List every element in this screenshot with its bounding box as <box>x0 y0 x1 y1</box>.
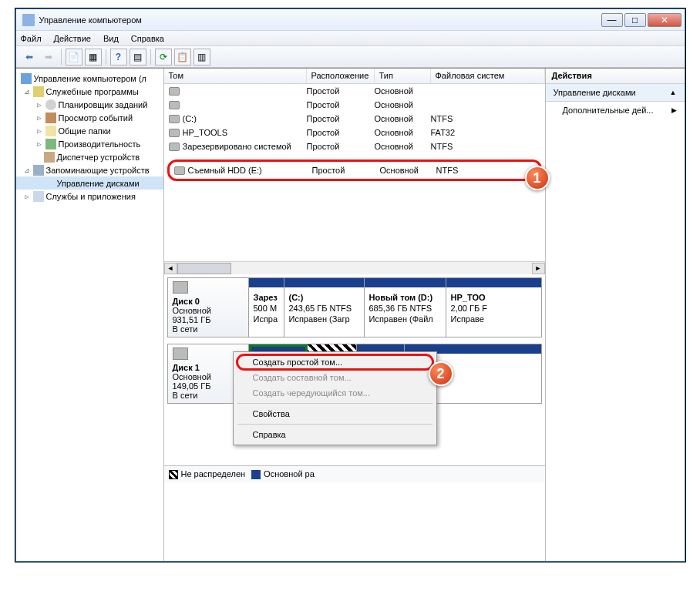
toolbar: ⬅ ➡ 📄 ▦ ? ▤ ⟳ 📋 ▥ <box>16 46 685 68</box>
tree-services[interactable]: Службы и приложения <box>46 192 136 201</box>
legend-primary-label: Основной ра <box>264 469 315 478</box>
actions-header: Действия <box>546 69 685 84</box>
refresh-button[interactable]: ⟳ <box>155 49 172 65</box>
up-button[interactable]: 📄 <box>66 49 82 65</box>
title-bar: Управление компьютером — □ ✕ <box>16 9 685 31</box>
legend-unallocated-label: Не распределен <box>181 469 246 478</box>
tools-icon <box>33 86 44 97</box>
col-layout[interactable]: Расположение <box>307 69 375 83</box>
tree-events[interactable]: Просмотр событий <box>59 113 133 123</box>
tree-perf[interactable]: Производительность <box>59 139 141 149</box>
context-menu: Создать простой том... Создать составной… <box>233 351 437 445</box>
volume-row[interactable]: (C:)ПростойОсновнойNTFS <box>164 112 545 126</box>
legend: Не распределен Основной ра <box>164 465 545 482</box>
legend-unallocated-swatch <box>169 470 178 479</box>
disk-0-label[interactable]: Диск 0 Основной 931,51 ГБ В сети <box>168 278 249 337</box>
drive-icon <box>169 143 180 151</box>
ctx-create-simple-volume[interactable]: Создать простой том... <box>236 354 434 370</box>
ctx-properties[interactable]: Свойства <box>236 406 434 421</box>
device-icon <box>44 152 55 163</box>
window-title: Управление компьютером <box>39 15 601 25</box>
tb-icon-1[interactable]: 📋 <box>174 49 191 65</box>
actions-more[interactable]: Дополнительные дей...▶ <box>546 102 685 119</box>
chevron-right-icon: ▶ <box>671 106 677 114</box>
volume-row-selected[interactable]: Съемный HDD (E:)ПростойОсновнойNTFS <box>170 163 540 177</box>
ctx-help[interactable]: Справка <box>236 427 434 442</box>
drive-icon <box>169 101 180 109</box>
horizontal-scrollbar[interactable]: ◄► <box>164 261 545 274</box>
highlighted-volume: Съемный HDD (E:)ПростойОсновнойNTFS <box>167 159 542 181</box>
nav-tree[interactable]: Управление компьютером (л ⊿Служебные про… <box>16 69 164 561</box>
col-fs[interactable]: Файловая систем <box>431 69 545 83</box>
event-icon <box>45 112 56 123</box>
drive-icon <box>169 115 180 123</box>
legend-primary-swatch <box>251 470 261 479</box>
tree-devmgr[interactable]: Диспетчер устройств <box>57 153 140 162</box>
disk-graphical-view: Диск 0 Основной 931,51 ГБ В сети Зарез50… <box>164 274 545 465</box>
tree-sched[interactable]: Планировщик заданий <box>59 100 148 109</box>
tb-icon-2[interactable]: ▥ <box>194 49 210 65</box>
menu-help[interactable]: Справка <box>131 34 164 43</box>
disk-icon <box>44 178 55 189</box>
annotation-badge-2: 2 <box>429 361 453 386</box>
back-button[interactable]: ⬅ <box>21 49 38 65</box>
forward-button[interactable]: ➡ <box>40 49 57 65</box>
volume-row[interactable]: HP_TOOLSПростойОсновнойFAT32 <box>164 126 545 139</box>
scrollbar-thumb[interactable] <box>177 263 231 274</box>
properties-button[interactable]: ▦ <box>85 49 102 65</box>
drive-icon <box>174 166 185 175</box>
actions-group[interactable]: Управление дисками▲ <box>546 84 685 102</box>
minimize-button[interactable]: — <box>601 13 623 27</box>
annotation-badge-1: 1 <box>525 166 550 190</box>
actions-pane: Действия Управление дисками▲ Дополнитель… <box>546 69 685 561</box>
menu-view[interactable]: Вид <box>103 34 119 43</box>
help-button[interactable]: ? <box>110 49 127 65</box>
col-volume[interactable]: Том <box>164 69 307 83</box>
partition[interactable]: Новый том (D:)685,36 ГБ NTFSИсправен (Фа… <box>365 278 446 337</box>
disk-icon <box>173 281 188 294</box>
clock-icon <box>45 99 56 110</box>
drive-icon <box>169 129 180 137</box>
close-button[interactable]: ✕ <box>648 13 681 27</box>
col-type[interactable]: Тип <box>375 69 431 83</box>
menu-file[interactable]: Файл <box>21 34 42 43</box>
volume-row[interactable]: Зарезервировано системойПростойОсновнойN… <box>164 139 545 153</box>
drive-icon <box>169 87 180 96</box>
volume-row[interactable]: ПростойОсновной <box>164 84 545 98</box>
view-button[interactable]: ▤ <box>130 49 146 65</box>
volume-list[interactable]: ПростойОсновной ПростойОсновной (C:)Прос… <box>164 84 545 261</box>
services-icon <box>33 191 44 202</box>
tree-storage[interactable]: Запоминающие устройств <box>46 166 150 175</box>
perf-icon <box>45 139 56 149</box>
partition[interactable]: Зарез500 МИспра <box>249 278 284 337</box>
partition[interactable]: HP_TOO2,00 ГБ FИсправе <box>446 278 541 337</box>
maximize-button[interactable]: □ <box>624 13 646 27</box>
partition[interactable]: (C:)243,65 ГБ NTFSИсправен (Загр <box>284 278 365 337</box>
storage-icon <box>33 165 44 176</box>
menu-bar: Файл Действие Вид Справка <box>16 31 685 46</box>
scroll-left-button[interactable]: ◄ <box>164 263 177 274</box>
collapse-icon: ▲ <box>670 89 677 96</box>
app-icon <box>22 14 35 26</box>
ctx-create-spanned-volume: Создать составной том... <box>236 370 434 385</box>
ctx-create-striped-volume: Создать чередующийся том... <box>236 385 434 401</box>
folder-icon <box>45 126 56 136</box>
volume-row[interactable]: ПростойОсновной <box>164 98 545 112</box>
computer-icon <box>21 73 32 84</box>
volume-list-header: Том Расположение Тип Файловая систем <box>164 69 545 84</box>
tree-systools[interactable]: Служебные программы <box>46 87 139 96</box>
tree-root[interactable]: Управление компьютером (л <box>34 74 147 83</box>
disk-0-row[interactable]: Диск 0 Основной 931,51 ГБ В сети Зарез50… <box>167 277 542 337</box>
scroll-right-button[interactable]: ► <box>532 263 545 274</box>
disk-icon <box>173 348 188 360</box>
tree-shared[interactable]: Общие папки <box>59 126 111 136</box>
menu-action[interactable]: Действие <box>54 34 91 43</box>
tree-diskmgmt[interactable]: Управление дисками <box>57 179 140 188</box>
